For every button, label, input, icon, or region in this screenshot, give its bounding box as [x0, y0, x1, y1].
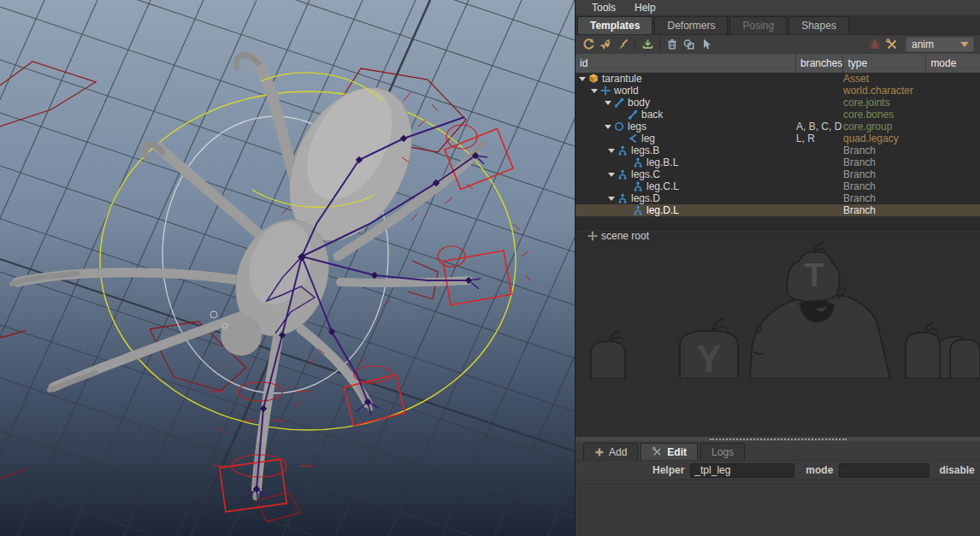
- watermark-letter-t: T: [804, 257, 824, 293]
- move-cross-gray-icon: [587, 231, 598, 241]
- branch-icon: [617, 193, 628, 203]
- expander-icon[interactable]: [591, 89, 598, 93]
- tree-row-legs-d[interactable]: legs.D Branch: [576, 192, 980, 204]
- move-cross-icon: [600, 85, 611, 96]
- tab-shapes[interactable]: Shapes: [788, 16, 849, 34]
- row-type: Branch: [843, 144, 926, 156]
- row-id: leg.B.L: [646, 156, 678, 168]
- mode-dropdown[interactable]: anim: [906, 37, 974, 52]
- import-button[interactable]: [639, 37, 656, 52]
- bug-icon: [868, 38, 882, 51]
- branch-icon: [617, 145, 628, 156]
- template-tree: tarantule Asset world world.character bo…: [576, 73, 980, 228]
- viewport-3d[interactable]: [0, 0, 575, 536]
- scene-root-row[interactable]: scene root: [576, 228, 980, 242]
- row-type: Branch: [843, 168, 926, 180]
- tab-logs-label: Logs: [711, 446, 734, 458]
- column-header-branches: branches: [796, 54, 843, 73]
- toolbar-separator: [635, 38, 635, 50]
- tree-row-back[interactable]: back core.bones: [576, 109, 980, 121]
- row-id: body: [628, 97, 650, 109]
- row-branches: L, R: [796, 133, 843, 144]
- viewport-scene: [0, 0, 575, 536]
- tree-row-legs-b[interactable]: legs.B Branch: [576, 144, 980, 156]
- expander-spacer: [618, 138, 625, 139]
- expander-icon[interactable]: [605, 125, 611, 129]
- row-id: legs: [628, 121, 646, 133]
- scene-root-label: scene root: [601, 230, 649, 242]
- panel-footer-area: [576, 480, 980, 536]
- tab-deformers[interactable]: Deformers: [654, 16, 728, 34]
- branch-icon: [633, 181, 643, 191]
- refresh-icon: [582, 38, 595, 51]
- tab-add[interactable]: Add: [583, 443, 638, 460]
- capybara-watermark: T Y: [576, 242, 980, 379]
- settings-button[interactable]: [883, 37, 900, 52]
- tree-row-legs-c[interactable]: legs.C Branch: [576, 168, 980, 180]
- duplicate-icon: [682, 38, 696, 51]
- disable-label: disable: [939, 464, 974, 476]
- branch-icon: [633, 205, 643, 215]
- refresh-button[interactable]: [580, 37, 597, 52]
- tree-row-leg-d-l[interactable]: leg.D.L Branch: [576, 204, 980, 216]
- chevron-down-icon: [960, 42, 969, 47]
- expander-icon[interactable]: [605, 101, 611, 105]
- row-id: legs.C: [631, 168, 660, 180]
- mode-label: mode: [806, 464, 833, 476]
- clean-button[interactable]: [614, 37, 631, 52]
- mode-dropdown-value: anim: [906, 38, 960, 50]
- row-id: leg.C.L: [646, 180, 679, 192]
- tab-edit[interactable]: Edit: [641, 443, 698, 460]
- edit-form: Helper mode disable: [576, 460, 980, 480]
- expander-icon[interactable]: [579, 77, 586, 81]
- expander-spacer: [618, 115, 625, 115]
- expander-spacer: [623, 210, 630, 211]
- tree-row-leg[interactable]: leg L, R quad.legacy: [576, 133, 980, 144]
- row-id: world: [614, 85, 639, 97]
- tab-logs[interactable]: Logs: [700, 443, 745, 460]
- row-type: core.group: [843, 121, 926, 133]
- duplicate-button[interactable]: [681, 37, 698, 52]
- row-id: tarantule: [602, 73, 642, 85]
- tree-row-world[interactable]: world world.character: [576, 85, 980, 97]
- tree-row-body[interactable]: body core.joints: [576, 97, 980, 109]
- menu-help[interactable]: Help: [627, 1, 664, 15]
- table-header: id branches type mode: [576, 54, 980, 73]
- tab-templates[interactable]: Templates: [577, 16, 652, 34]
- toolbar: anim: [576, 35, 980, 54]
- tree-row-leg-c-l[interactable]: leg.C.L Branch: [576, 180, 980, 192]
- build-button[interactable]: [597, 37, 614, 52]
- menu-bar: Tools Help: [576, 0, 980, 15]
- row-branches: A, B, C, D: [796, 121, 843, 133]
- tree-row-tarantule[interactable]: tarantule Asset: [576, 73, 980, 85]
- tab-posing[interactable]: Posing: [729, 16, 787, 34]
- row-type: Branch: [843, 156, 926, 168]
- row-id: legs.D: [631, 192, 660, 204]
- column-header-type: type: [843, 54, 926, 73]
- row-type: Branch: [843, 180, 926, 192]
- tools-icon: [652, 446, 663, 457]
- trash-icon: [665, 38, 679, 51]
- expander-icon[interactable]: [608, 149, 615, 153]
- debug-button[interactable]: [866, 37, 883, 52]
- delete-button[interactable]: [664, 37, 681, 52]
- helper-label: Helper: [652, 464, 684, 476]
- mode-input[interactable]: [839, 463, 930, 478]
- column-header-id: id: [576, 54, 796, 73]
- row-type: Asset: [843, 73, 926, 85]
- row-type: core.bones: [843, 109, 926, 121]
- tree-row-legs[interactable]: legs A, B, C, D core.group: [576, 121, 980, 133]
- tree-row-leg-b-l[interactable]: leg.B.L Branch: [576, 156, 980, 168]
- expander-spacer: [623, 162, 630, 163]
- expander-icon[interactable]: [608, 197, 615, 201]
- tools-icon: [885, 38, 899, 51]
- row-type: quad.legacy: [843, 133, 926, 144]
- helper-input[interactable]: [690, 463, 794, 478]
- row-type: Branch: [843, 204, 926, 216]
- bone-icon: [628, 109, 638, 120]
- branch-icon: [617, 169, 628, 180]
- select-button[interactable]: [698, 37, 715, 52]
- row-type: core.joints: [843, 97, 926, 109]
- menu-tools[interactable]: Tools: [584, 1, 623, 15]
- expander-icon[interactable]: [608, 173, 615, 177]
